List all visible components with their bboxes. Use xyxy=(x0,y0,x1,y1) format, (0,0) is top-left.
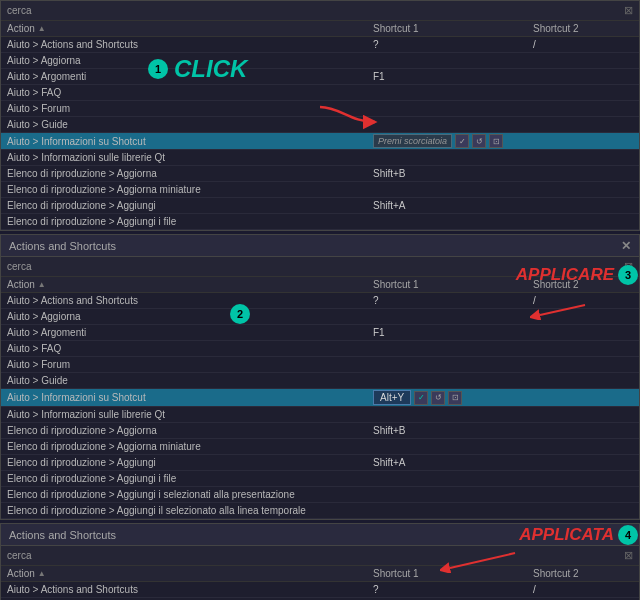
table-header-1: Action ▲ Shortcut 1 Shortcut 2 xyxy=(1,21,639,37)
table-row-selected-1[interactable]: Aiuto > Informazioni su Shotcut Premi sc… xyxy=(1,133,639,150)
table-row[interactable]: Elenco di riproduzione > Aggiungi il sel… xyxy=(1,503,639,519)
panel-3: Actions and Shortcuts ✕ cerca ⊠ Action ▲… xyxy=(0,523,640,600)
table-row[interactable]: Aiuto > FAQ xyxy=(1,341,639,357)
cerca-label-3: cerca xyxy=(7,550,31,561)
panel-2: Actions and Shortcuts ✕ cerca ⊠ Action ▲… xyxy=(0,234,640,520)
table-row[interactable]: Elenco di riproduzione > Aggiorna miniat… xyxy=(1,439,639,455)
table-body-1: Aiuto > Actions and Shortcuts ? / Aiuto … xyxy=(1,37,639,230)
table-row[interactable]: Elenco di riproduzione > Aggiungi i sele… xyxy=(1,487,639,503)
table-row[interactable]: Aiuto > Forum xyxy=(1,357,639,373)
shortcut-placeholder-1[interactable]: Premi scorciatoia xyxy=(373,134,452,148)
table-row[interactable]: Aiuto > Guide xyxy=(1,117,639,133)
panel-header-3: Actions and Shortcuts ✕ xyxy=(1,524,639,546)
col-shortcut1-2: Shortcut 1 xyxy=(373,279,533,290)
search-bar-3: cerca ⊠ xyxy=(1,546,639,566)
sort-arrow-3: ▲ xyxy=(38,569,46,578)
col-action-3: Action ▲ xyxy=(7,568,373,579)
panel-header-2: Actions and Shortcuts ✕ xyxy=(1,235,639,257)
table-row[interactable]: Elenco di riproduzione > Aggiungi Shift+… xyxy=(1,455,639,471)
table-row-selected-2[interactable]: Aiuto > Informazioni su Shotcut Alt+Y ✓ … xyxy=(1,389,639,407)
table-header-2: Action ▲ Shortcut 1 Shortcut 2 xyxy=(1,277,639,293)
col-shortcut2-1: Shortcut 2 xyxy=(533,23,633,34)
panel-1: cerca ⊠ Action ▲ Shortcut 1 Shortcut 2 A… xyxy=(0,0,640,231)
search-icon-3: ⊠ xyxy=(624,549,633,562)
col-shortcut1-3: Shortcut 1 xyxy=(373,568,533,579)
table-row[interactable]: Aiuto > Actions and Shortcuts ? / xyxy=(1,582,639,598)
table-row[interactable]: Aiuto > Informazioni sulle librerie Qt xyxy=(1,150,639,166)
sort-arrow-2: ▲ xyxy=(38,280,46,289)
panel-title-3: Actions and Shortcuts xyxy=(9,529,116,541)
search-icon-1: ⊠ xyxy=(624,4,633,17)
shortcut-check-btn-2[interactable]: ✓ xyxy=(414,391,428,405)
shortcut-check-btn[interactable]: ✓ xyxy=(455,134,469,148)
table-row[interactable]: Elenco di riproduzione > Aggiorna Shift+… xyxy=(1,423,639,439)
cerca-label-1: cerca xyxy=(7,5,31,16)
panel-close-3[interactable]: ✕ xyxy=(621,528,631,542)
shortcut-clear-btn-2[interactable]: ⊡ xyxy=(448,391,462,405)
search-icon-2: ⊠ xyxy=(624,260,633,273)
panel-close-2[interactable]: ✕ xyxy=(621,239,631,253)
table-row[interactable]: Elenco di riproduzione > Aggiorna miniat… xyxy=(1,182,639,198)
shortcut-clear-btn[interactable]: ⊡ xyxy=(489,134,503,148)
table-row[interactable]: Aiuto > Argomenti F1 xyxy=(1,325,639,341)
shortcut-undo-btn-2[interactable]: ↺ xyxy=(431,391,445,405)
shortcut-undo-btn[interactable]: ↺ xyxy=(472,134,486,148)
table-row[interactable]: Elenco di riproduzione > Aggiungi i file xyxy=(1,471,639,487)
table-header-3: Action ▲ Shortcut 1 Shortcut 2 xyxy=(1,566,639,582)
search-bar-2: cerca ⊠ xyxy=(1,257,639,277)
table-row[interactable]: Aiuto > Argomenti F1 xyxy=(1,69,639,85)
table-row[interactable]: Elenco di riproduzione > Aggiorna Shift+… xyxy=(1,166,639,182)
table-body-3: Aiuto > Actions and Shortcuts ? / Aiuto … xyxy=(1,582,639,600)
panel-title-2: Actions and Shortcuts xyxy=(9,240,116,252)
cerca-label-2: cerca xyxy=(7,261,31,272)
table-row[interactable]: Aiuto > Informazioni sulle librerie Qt xyxy=(1,407,639,423)
shortcut-value-2: Alt+Y xyxy=(373,390,411,405)
table-row[interactable]: Aiuto > Aggiorna xyxy=(1,309,639,325)
sort-arrow-1: ▲ xyxy=(38,24,46,33)
col-shortcut2-2: Shortcut 2 xyxy=(533,279,633,290)
search-bar-1: cerca ⊠ xyxy=(1,1,639,21)
col-shortcut2-3: Shortcut 2 xyxy=(533,568,633,579)
table-body-2: Aiuto > Actions and Shortcuts ? / Aiuto … xyxy=(1,293,639,519)
table-row[interactable]: Aiuto > Forum xyxy=(1,101,639,117)
table-row[interactable]: Aiuto > Guide xyxy=(1,373,639,389)
table-row[interactable]: Aiuto > Aggiorna xyxy=(1,53,639,69)
table-row[interactable]: Elenco di riproduzione > Aggiungi i file xyxy=(1,214,639,230)
table-row[interactable]: Elenco di riproduzione > Aggiungi Shift+… xyxy=(1,198,639,214)
col-action-2: Action ▲ xyxy=(7,279,373,290)
col-shortcut1-1: Shortcut 1 xyxy=(373,23,533,34)
table-row[interactable]: Aiuto > FAQ xyxy=(1,85,639,101)
table-row[interactable]: Aiuto > Actions and Shortcuts ? / xyxy=(1,37,639,53)
col-action-1: Action ▲ xyxy=(7,23,373,34)
table-row[interactable]: Aiuto > Actions and Shortcuts ? / xyxy=(1,293,639,309)
